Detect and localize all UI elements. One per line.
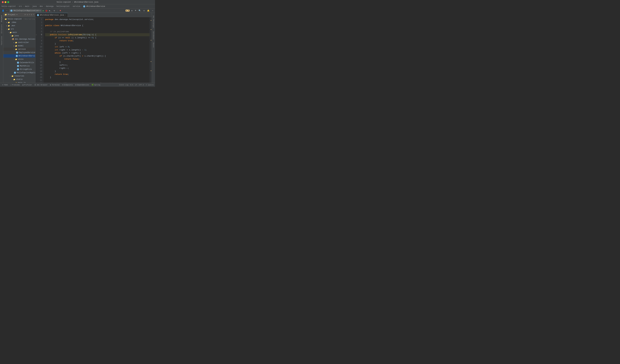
tree-item-employee-service[interactable]: ▶ C EmployeeService: [3, 51, 35, 54]
close-project-icon[interactable]: ×: [33, 14, 34, 16]
todo-tab[interactable]: ≡ TODO: [1, 84, 9, 86]
editor-area: C WhiteboardService.java ×: [35, 13, 152, 83]
problems-label: Problems: [12, 84, 20, 86]
tree-item-calendar-utils[interactable]: ▶ C CalendarUtils: [3, 61, 35, 64]
left-side-tabs: Project Structure Favorites: [0, 13, 3, 83]
gutter-line-22: [35, 82, 37, 83]
project-panel-header: 📁 Project ▾ ⟳ ⊟ ≡ ⚙ ×: [3, 13, 35, 17]
project-tab[interactable]: Project: [0, 14, 3, 23]
close-button[interactable]: [2, 1, 4, 3]
tree-item-utils[interactable]: ▾ 📁 utils: [3, 58, 35, 61]
tree-item-idea[interactable]: ▶ 📁 .idea: [3, 21, 35, 24]
profiler-tab[interactable]: ◑ Profiler: [21, 84, 33, 86]
run-config-selector[interactable]: C HelloCopilotApplication ▾: [9, 9, 42, 12]
breadcrumb-dev[interactable]: dev: [40, 5, 43, 7]
filter-icon[interactable]: ≡: [29, 14, 30, 16]
run-button[interactable]: ▶: [43, 9, 44, 12]
line-ending[interactable]: LF: [135, 84, 137, 86]
endpoints-tab[interactable]: ⊕ Endpoints: [61, 84, 74, 86]
gutter-line-10: [35, 45, 37, 48]
more-icon[interactable]: ⋯: [151, 9, 154, 12]
tree-item-mvn[interactable]: ▶ 📁 .mvn: [3, 24, 35, 28]
breadcrumb-main[interactable]: main: [25, 5, 30, 7]
line-num-15: 15: [37, 61, 42, 64]
arrow-icon: ▾: [9, 75, 11, 77]
warning-mark-5: [151, 71, 151, 71]
tree-item-whiteboard-service[interactable]: ▶ C WhiteboardService: [3, 54, 35, 58]
tree-item-package[interactable]: ▾ 📦 dev.danvega.hellocopilot: [3, 38, 35, 41]
gutter-line-12: [35, 52, 37, 55]
tree-item-main[interactable]: ▾ 📁 main: [3, 31, 35, 34]
settings-icon[interactable]: ⚙: [143, 9, 145, 12]
dropdown-icon: ▾: [39, 9, 40, 12]
debug-button[interactable]: 🐞: [45, 9, 47, 12]
code-line-3: public class WhiteboardService {: [45, 24, 150, 27]
notifications-icon[interactable]: 🔔: [146, 9, 150, 12]
stop-icon[interactable]: ■: [59, 9, 62, 12]
database-tab[interactable]: Database: [152, 30, 155, 41]
tree-item-string-utils[interactable]: ▶ C StringUtils: [3, 68, 35, 71]
jms-tab[interactable]: ☰ Jms Browser: [33, 84, 49, 86]
sync-icon[interactable]: ⟳: [24, 14, 26, 16]
code-line-7: if (s == null || s.length() == 0) {: [45, 36, 150, 39]
folder-icon: 📁: [13, 78, 16, 80]
more-run-icon[interactable]: ⚙: [53, 9, 56, 12]
editor-tab-whiteboard[interactable]: C WhiteboardService.java ×: [35, 13, 68, 17]
tree-item-model[interactable]: ▶ 📁 model: [3, 44, 35, 47]
tree-item-mainjs[interactable]: ▶ JS main.js: [3, 81, 35, 83]
gutter-line-19: [35, 73, 37, 76]
user-icon[interactable]: 👤: [1, 9, 5, 12]
gutter-line-8: [35, 39, 37, 42]
java-class-icon: C: [16, 52, 18, 54]
breadcrumb-src[interactable]: src: [19, 5, 22, 7]
tree-item-static[interactable]: ▾ 📁 static: [3, 78, 35, 81]
titlebar: hello-copilot – WhiteboardService.java: [0, 0, 155, 4]
code-editor[interactable]: package dev.danvega.hellocopilot.service…: [44, 17, 150, 83]
maven-tab[interactable]: Maven: [152, 41, 155, 49]
structure-side-tab[interactable]: Structure: [0, 24, 3, 34]
collapse-icon[interactable]: ▲: [131, 9, 133, 12]
main-layout: Project Structure Favorites 📁 Project ▾ …: [0, 13, 155, 83]
settings-project-icon[interactable]: ⚙: [31, 14, 32, 16]
dependencies-tab[interactable]: ⊞ Dependencies: [75, 84, 90, 86]
jms-messenger-tab[interactable]: Jms Messenger: [152, 14, 155, 29]
event-log-link[interactable]: Event Log: [119, 84, 128, 86]
favorites-side-tab[interactable]: Favorites: [0, 35, 3, 46]
minimize-button[interactable]: [5, 1, 6, 3]
terminal-tab[interactable]: ▶ Terminal: [49, 84, 61, 86]
search-icon[interactable]: 🔍: [138, 9, 141, 12]
collapse-all-icon[interactable]: ⊟: [27, 14, 28, 16]
encoding[interactable]: UTF-8: [139, 84, 144, 86]
breadcrumb-file[interactable]: WhiteboardService: [86, 5, 105, 7]
tree-item-hello-copilot[interactable]: ▾ 📁 hello-copilot ~/dev/spring-boot/hell…: [3, 17, 35, 21]
breadcrumb-hellocopilot[interactable]: hellocopilot: [56, 5, 70, 7]
run-with-coverage-icon[interactable]: ▶̲: [48, 9, 52, 12]
problems-tab[interactable]: ⚠ Problems: [9, 84, 21, 86]
java-class-icon: C: [17, 62, 19, 64]
back-icon[interactable]: ←: [6, 9, 8, 12]
line-num-6: 6: [37, 33, 42, 36]
breadcrumb-danvega[interactable]: danvega: [46, 5, 53, 7]
tree-item-controller[interactable]: ▶ 📁 controller: [3, 41, 35, 44]
project-dropdown-icon[interactable]: ▾: [16, 14, 17, 16]
indent[interactable]: 4 spaces: [146, 84, 154, 86]
breadcrumb-service[interactable]: service: [73, 5, 80, 7]
spring-tab[interactable]: 🌿 Spring: [91, 84, 101, 86]
tree-item-src[interactable]: ▾ 📁 src: [3, 28, 35, 31]
expand-icon[interactable]: ▼: [134, 9, 137, 12]
tree-item-app[interactable]: ▶ C HelloCopilotApplication: [3, 71, 35, 74]
tree-item-math-utils[interactable]: ▶ C MathUtils: [3, 64, 35, 68]
maximize-button[interactable]: [7, 1, 9, 3]
code-line-1: package dev.danvega.hellocopilot.service…: [45, 18, 150, 21]
jms-label: Jms Browser: [37, 84, 48, 86]
java-class-icon: C: [16, 55, 18, 57]
warning-badge[interactable]: ▲ 5: [125, 10, 129, 12]
breadcrumb-project[interactable]: hello-copilot: [1, 5, 16, 7]
tree-item-resources[interactable]: ▾ 📁 resources: [3, 74, 35, 78]
breadcrumb-java[interactable]: java: [32, 5, 37, 7]
code-line-6: public boolean isPalindrome(String s) {: [45, 33, 150, 36]
window-controls[interactable]: [2, 1, 9, 3]
tree-item-java[interactable]: ▾ 📁 java: [3, 34, 35, 38]
tab-close-button[interactable]: ×: [65, 14, 66, 16]
tree-item-service[interactable]: ▾ 📁 service: [3, 47, 35, 51]
